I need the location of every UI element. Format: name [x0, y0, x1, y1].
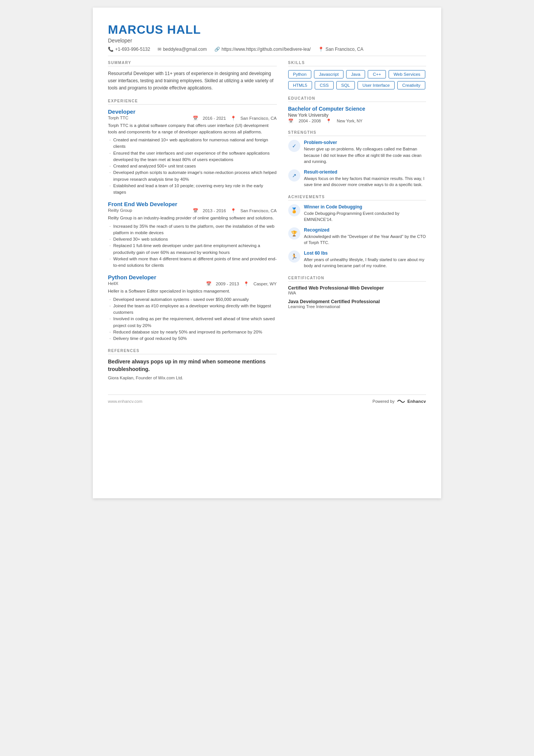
job-1-meta-right: 📅 2016 - 2021 📍 San Francisco, CA	[193, 116, 276, 121]
achievement-1-content: Winner in Code Debugging Code Debugging-…	[304, 204, 426, 223]
website-item: 🔗 https://www.https://github.com//bedive…	[214, 47, 311, 52]
education-title: EDUCATION	[288, 96, 426, 102]
cert-1-org: IWA	[288, 291, 426, 295]
powered-by-label: Powered by	[373, 399, 395, 404]
job-3: Python Developer HellX 📅 2009 - 2013 📍 C…	[108, 274, 277, 342]
achievement-1: 🏅 Winner in Code Debugging Code Debuggin…	[288, 204, 426, 223]
phone-icon: 📞	[108, 47, 114, 52]
list-item: Involved in coding as per the requiremen…	[108, 316, 277, 329]
summary-text: Resourceful Developer with 11+ years of …	[108, 70, 277, 92]
achievements-section: ACHIEVEMENTS 🏅 Winner in Code Debugging …	[288, 195, 426, 269]
calendar-icon-3: 📅	[206, 281, 211, 286]
location-item: 📍 San Francisco, CA	[318, 47, 363, 52]
calendar-icon-1: 📅	[193, 116, 198, 121]
skills-section: SKILLS Python Javascript Java C++ Web Se…	[288, 61, 426, 89]
certification-section: CERTIFICATION Certified Web Professional…	[288, 276, 426, 309]
cert-2: Java Development Certified Professional …	[288, 299, 426, 309]
edu-pin-icon: 📍	[326, 119, 331, 124]
achievement-1-title: Winner in Code Debugging	[304, 204, 426, 210]
edu-degree: Bachelor of Computer Science	[288, 106, 426, 112]
job-3-meta-right: 📅 2009 - 2013 📍 Casper, WY	[206, 281, 277, 286]
strengths-title: STRENGTHS	[288, 130, 426, 136]
experience-title: EXPERIENCE	[108, 99, 277, 105]
list-item: Worked with more than 4 different teams …	[108, 256, 277, 269]
job-3-meta: HellX 📅 2009 - 2013 📍 Casper, WY	[108, 281, 277, 286]
reference-quote: Bedivere always pops up in my mind when …	[108, 358, 277, 373]
job-2-desc: Reilty Group is an industry-leading prov…	[108, 215, 277, 221]
education-section: EDUCATION Bachelor of Computer Science N…	[288, 96, 426, 124]
right-column: SKILLS Python Javascript Java C++ Web Se…	[288, 61, 426, 387]
job-2-meta: Reilty Group 📅 2013 - 2016 📍 San Francis…	[108, 208, 277, 213]
location-value: San Francisco, CA	[325, 47, 363, 52]
job-2-title: Front End Web Developer	[108, 201, 277, 207]
footer-website: www.enhancv.com	[108, 399, 142, 404]
list-item: Replaced 1 full-time web developer under…	[108, 243, 277, 256]
list-item: Delivered 30+ web solutions	[108, 236, 277, 243]
contact-line: 📞 +1-693-996-5132 ✉ beddylea@gmail.com 🔗…	[108, 47, 426, 56]
skill-sql: SQL	[336, 81, 355, 89]
summary-title: SUMMARY	[108, 61, 277, 66]
email-item: ✉ beddylea@gmail.com	[158, 47, 207, 52]
edu-location: New York, NY	[337, 119, 362, 124]
skills-grid: Python Javascript Java C++ Web Services …	[288, 70, 426, 89]
strength-2-title: Result-oriented	[304, 169, 426, 175]
email-icon: ✉	[158, 47, 161, 52]
strength-1-icon: ✓	[288, 140, 300, 152]
job-1-title: Developer	[108, 108, 277, 115]
achievement-2-title: Recognized	[304, 227, 426, 233]
pin-icon-1: 📍	[231, 116, 236, 121]
calendar-icon-2: 📅	[193, 208, 198, 213]
job-3-title: Python Developer	[108, 274, 277, 280]
job-1-meta: Torph TTC 📅 2016 - 2021 📍 San Francisco,…	[108, 116, 277, 121]
footer: www.enhancv.com Powered by Enhancv	[108, 394, 426, 404]
list-item: Created and analyzed 500+ unit test case…	[108, 163, 277, 169]
header: MARCUS HALL Developer 📞 +1-693-996-5132 …	[108, 23, 426, 56]
achievement-3-desc: After years of unhealthy lifestyle, I fi…	[304, 257, 426, 269]
edu-meta: 📅 2004 - 2008 📍 New York, NY	[288, 119, 426, 124]
phone-item: 📞 +1-693-996-5132	[108, 47, 150, 52]
job-3-bullets: Developed several automation systems - s…	[108, 296, 277, 342]
achievements-title: ACHIEVEMENTS	[288, 195, 426, 200]
list-item: Ensured that the user interfaces and use…	[108, 150, 277, 163]
job-3-desc: Heller is a Software Editor specialized …	[108, 288, 277, 294]
strength-1-desc: Never give up on problems. My colleagues…	[304, 146, 426, 165]
job-2-bullets: Increased by 35% the reach of users to t…	[108, 223, 277, 269]
skill-ui: User Interface	[358, 81, 395, 89]
certification-title: CERTIFICATION	[288, 276, 426, 282]
edu-school: New York University	[288, 113, 426, 118]
strength-1-content: Problem-solver Never give up on problems…	[304, 140, 426, 165]
job-1-dates: 2016 - 2021	[203, 116, 226, 121]
location-icon: 📍	[318, 47, 324, 52]
job-1: Developer Torph TTC 📅 2016 - 2021 📍 San …	[108, 108, 277, 196]
website-value: https://www.https://github.com//bedivere…	[222, 47, 311, 52]
strength-1: ✓ Problem-solver Never give up on proble…	[288, 140, 426, 165]
job-2-company: Reilty Group	[108, 208, 132, 213]
list-item: Increased by 35% the reach of users to t…	[108, 223, 277, 236]
job-1-desc: Torph TTC is a global software company t…	[108, 122, 277, 136]
references-title: REFERENCES	[108, 349, 277, 354]
achievement-3-icon: 🏃	[288, 250, 300, 263]
cert-1-title: Certified Web Professional-Web Developer	[288, 285, 426, 291]
link-icon: 🔗	[214, 47, 220, 52]
cert-1: Certified Web Professional-Web Developer…	[288, 285, 426, 295]
strength-2: ↗ Result-oriented Always focus on the ke…	[288, 169, 426, 188]
achievement-1-desc: Code Debugging-Programming Event conduct…	[304, 210, 426, 223]
left-column: SUMMARY Resourceful Developer with 11+ y…	[108, 61, 277, 387]
list-item: Reduced database size by nearly 50% and …	[108, 329, 277, 335]
strength-1-title: Problem-solver	[304, 140, 426, 145]
reference-person: Giora Kaplan, Founder of Wix.com Ltd.	[108, 376, 277, 380]
achievement-1-icon: 🏅	[288, 204, 300, 216]
phone-value: +1-693-996-5132	[115, 47, 150, 52]
skills-title: SKILLS	[288, 61, 426, 66]
achievement-2-icon: 🏆	[288, 227, 300, 239]
email-value: beddylea@gmail.com	[163, 47, 207, 52]
skill-cpp: C++	[368, 70, 386, 78]
job-3-location: Casper, WY	[253, 282, 276, 286]
skill-html5: HTML5	[288, 81, 312, 89]
job-1-company: Torph TTC	[108, 116, 128, 121]
achievement-3-content: Lost 60 lbs After years of unhealthy lif…	[304, 250, 426, 269]
job-3-dates: 2009 - 2013	[216, 282, 239, 286]
job-1-bullets: Created and maintained 10+ web applicati…	[108, 137, 277, 196]
references-section: REFERENCES Bedivere always pops up in my…	[108, 349, 277, 380]
achievement-2: 🏆 Recognized Acknowledged with the "Deve…	[288, 227, 426, 246]
